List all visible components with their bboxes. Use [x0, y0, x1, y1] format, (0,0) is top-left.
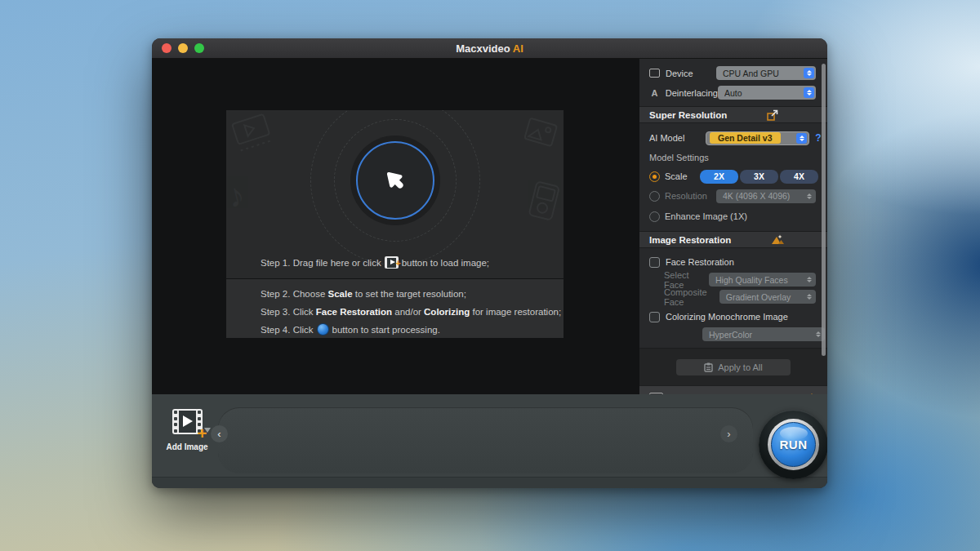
window-title: Macxvideo AI — [152, 42, 827, 55]
restore-image-icon — [770, 233, 785, 246]
drop-zone[interactable]: ♪ — [226, 110, 564, 278]
chevron-left-icon: ‹ — [217, 428, 220, 440]
enhance-radio[interactable] — [649, 211, 660, 222]
sidebar-scrollbar[interactable] — [822, 64, 826, 356]
step2-text: Step 2. Choose Scale to set the target r… — [261, 285, 564, 303]
scale-radio[interactable] — [649, 171, 660, 182]
main-area: ♪ — [152, 59, 639, 394]
apply-zone: Apply to All — [639, 348, 827, 385]
scale-label: Scale — [665, 171, 688, 181]
resolution-label: Resolution — [665, 191, 707, 201]
run-button-housing: RUN — [759, 410, 827, 479]
ai-model-label: AI Model — [649, 133, 684, 143]
stepper-icon — [804, 274, 814, 285]
step3-text: Step 3. Click Face Restoration and/or Co… — [261, 303, 564, 321]
scroll-left-button[interactable]: ‹ — [211, 425, 228, 442]
settings-sidebar: Device CPU And GPU A Deinterlacing Auto … — [639, 59, 827, 394]
run-button[interactable]: RUN — [771, 422, 816, 467]
expand-icon — [766, 109, 779, 122]
app-window: Macxvideo AI ♪ — [152, 38, 827, 488]
stepper-icon — [804, 291, 814, 302]
film-card-icon — [226, 110, 278, 158]
face-restoration-label: Face Restoration — [666, 257, 734, 267]
colorizing-label: Colorizing Monochrome Image — [666, 312, 788, 322]
face-restoration-checkbox[interactable] — [649, 257, 660, 268]
model-settings-label: Model Settings — [639, 150, 827, 165]
window-footer — [152, 477, 827, 488]
device-dropdown[interactable]: CPU And GPU — [716, 66, 816, 80]
step1-text: Step 1. Drag file here or click+button t… — [261, 254, 489, 272]
composite-face-label: Composite Face — [664, 287, 719, 307]
photo-card-icon — [517, 112, 564, 158]
resolution-dropdown[interactable]: 4K (4096 X 4096) — [716, 189, 816, 203]
stepper-icon — [804, 191, 814, 202]
bottom-bar: + Add Image ‹ › — [152, 394, 827, 488]
deinterlacing-dropdown[interactable]: Auto — [718, 86, 816, 100]
drop-target-circle[interactable] — [350, 136, 440, 225]
media-player-icon — [523, 177, 564, 226]
ai-model-value: Gen Detail v3 — [710, 132, 781, 144]
apply-to-all-button[interactable]: Apply to All — [676, 359, 791, 375]
add-image-mini-icon: + — [385, 256, 399, 269]
title-bar[interactable]: Macxvideo AI — [152, 38, 827, 59]
scale-2x-button[interactable]: 2X — [700, 170, 738, 184]
stepper-icon — [804, 68, 814, 78]
deinterlacing-icon: A — [649, 88, 660, 98]
image-restoration-header: Image Restoration — [639, 231, 827, 248]
device-label: Device — [666, 69, 693, 78]
scale-3x-button[interactable]: 3X — [740, 170, 778, 184]
ai-model-dropdown[interactable]: Gen Detail v3 — [706, 131, 809, 145]
thumbnail-strip — [218, 407, 753, 473]
enhance-label: Enhance Image (1X) — [665, 211, 747, 221]
scroll-right-button[interactable]: › — [720, 425, 737, 442]
cursor-arrow-icon — [381, 167, 409, 194]
select-face-dropdown[interactable]: High Quality Faces — [709, 273, 816, 287]
step4-text: Step 4. Clickbutton to start processing. — [261, 321, 564, 339]
add-image-caret-icon[interactable] — [204, 428, 211, 433]
music-note-icon: ♪ — [226, 176, 248, 216]
composite-face-dropdown[interactable]: Gradient Overlay — [719, 290, 816, 304]
steps-panel: Step 2. Choose Scale to set the target r… — [226, 279, 564, 338]
add-image-icon: + — [172, 409, 203, 434]
clipboard-icon — [704, 362, 713, 372]
add-image-button[interactable]: + Add Image — [163, 409, 211, 451]
deinterlacing-label: Deinterlacing — [666, 88, 718, 98]
device-icon — [649, 69, 660, 78]
super-resolution-header: Super Resolution — [639, 106, 827, 123]
hypercolor-dropdown[interactable]: HyperColor — [702, 327, 825, 341]
add-image-label: Add Image — [163, 442, 211, 451]
resolution-radio[interactable] — [649, 191, 660, 202]
stepper-icon — [804, 87, 814, 98]
stepper-icon — [796, 133, 807, 144]
drop-target-ring — [356, 141, 434, 220]
scale-4x-button[interactable]: 4X — [780, 170, 818, 184]
colorizing-checkbox[interactable] — [649, 312, 660, 322]
run-mini-icon — [317, 323, 329, 335]
run-button-ring: RUN — [768, 419, 819, 470]
chevron-right-icon: › — [727, 428, 730, 440]
